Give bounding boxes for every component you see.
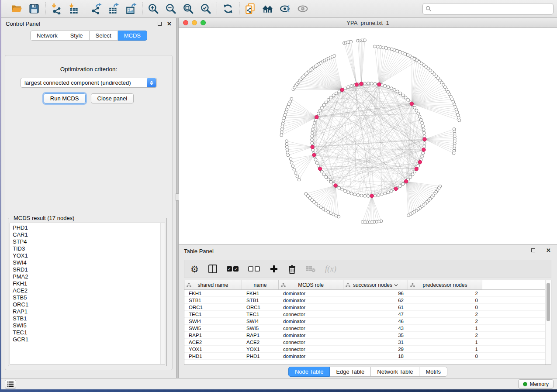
table-cell[interactable]: TEC1 (184, 311, 242, 317)
network-node[interactable] (304, 193, 308, 196)
table-row[interactable]: STB1STB1dominator620 (184, 297, 545, 304)
network-node[interactable] (325, 175, 328, 179)
network-node[interactable] (376, 45, 379, 48)
memory-button[interactable]: Memory (518, 379, 554, 389)
tab-style[interactable]: Style (64, 31, 90, 41)
refresh-layout-button[interactable] (221, 2, 235, 15)
network-node[interactable] (396, 90, 399, 93)
network-node[interactable] (285, 140, 288, 143)
table-cell[interactable]: 0 (408, 304, 482, 310)
network-node[interactable] (415, 109, 418, 112)
network-node[interactable] (313, 121, 316, 124)
network-node[interactable] (367, 82, 370, 85)
network-node[interactable] (370, 82, 373, 85)
network-node[interactable] (379, 45, 382, 48)
network-node[interactable] (413, 106, 416, 109)
network-node[interactable] (399, 185, 402, 188)
table-cell[interactable]: ORC1 (242, 304, 279, 310)
network-node[interactable] (390, 87, 393, 90)
network-node[interactable] (423, 131, 426, 134)
tab-node-table[interactable]: Node Table (288, 367, 330, 377)
network-node[interactable] (280, 128, 284, 131)
network-hub-node[interactable] (422, 148, 426, 151)
table-cell[interactable]: 2 (408, 290, 482, 296)
network-node[interactable] (344, 189, 347, 193)
zoom-out-button[interactable] (164, 2, 177, 15)
network-node[interactable] (367, 195, 370, 198)
network-node[interactable] (387, 191, 390, 194)
close-table-panel-icon[interactable]: ✕ (546, 248, 551, 253)
split-view-button[interactable] (208, 263, 217, 275)
zoom-in-button[interactable] (147, 2, 160, 15)
table-row[interactable]: FKH1FKH1dominator962 (184, 290, 545, 297)
network-node[interactable] (311, 138, 314, 141)
network-node[interactable] (285, 142, 288, 145)
network-hub-node[interactable] (360, 82, 363, 86)
table-cell[interactable]: 1 (408, 346, 482, 352)
show-graphics-button[interactable] (296, 2, 309, 15)
network-hub-node[interactable] (334, 184, 337, 187)
table-cell[interactable]: 43 (343, 325, 408, 331)
table-cell[interactable]: ORC1 (184, 304, 242, 310)
column-header-name[interactable]: name (242, 280, 279, 289)
network-node[interactable] (384, 84, 387, 87)
table-cell[interactable]: 35 (343, 332, 408, 338)
table-cell[interactable]: SWI4 (184, 318, 242, 324)
table-cell[interactable]: STB1 (242, 297, 279, 303)
network-node[interactable] (286, 148, 289, 151)
list-scrollbar[interactable] (160, 223, 165, 364)
table-cell[interactable]: 0 (408, 353, 482, 359)
network-node[interactable] (423, 145, 426, 148)
network-node[interactable] (387, 86, 390, 89)
table-cell[interactable]: YOX1 (242, 346, 279, 352)
table-cell[interactable]: dominator (279, 353, 343, 359)
table-cell[interactable]: 2 (408, 311, 482, 317)
network-node[interactable] (312, 125, 315, 128)
network-hub-node[interactable] (394, 187, 398, 190)
column-header-successor-nodes[interactable]: successor nodes (343, 280, 408, 289)
mcds-result-item[interactable]: TEC1 (13, 329, 165, 336)
mcds-result-item[interactable]: TID3 (13, 245, 165, 252)
network-node[interactable] (282, 119, 285, 122)
table-cell[interactable]: TEC1 (242, 311, 279, 317)
mcds-result-list[interactable]: PHD1CAR1STP4TID3YOX1SWI4SRD1PMA2FKH1ACE2… (10, 223, 165, 364)
close-panel-button[interactable]: Close panel (91, 93, 134, 103)
network-node[interactable] (338, 90, 341, 93)
network-node[interactable] (322, 173, 325, 176)
table-cell[interactable]: 47 (343, 311, 408, 317)
network-hub-node[interactable] (312, 153, 316, 157)
table-scrollbar[interactable] (545, 280, 551, 364)
optimization-criterion-select[interactable]: largest connected component (undirected) (21, 78, 157, 88)
network-node[interactable] (283, 117, 286, 120)
network-node[interactable] (457, 116, 460, 119)
delete-table-button[interactable] (306, 263, 315, 275)
network-node[interactable] (298, 178, 301, 181)
table-cell[interactable]: dominator (279, 290, 343, 296)
column-header-MCDS-role[interactable]: MCDS role (279, 280, 343, 289)
network-node[interactable] (284, 113, 287, 117)
table-cell[interactable]: 1 (408, 325, 482, 331)
table-settings-button[interactable]: ⚙ (190, 263, 199, 275)
table-cell[interactable]: FKH1 (242, 290, 279, 296)
network-hub-node[interactable] (318, 167, 322, 170)
hide-panels-button[interactable] (279, 2, 292, 15)
network-node[interactable] (404, 96, 407, 99)
network-node[interactable] (317, 112, 320, 115)
export-network-button[interactable] (90, 2, 103, 15)
column-header-shared-name[interactable]: shared name (184, 280, 242, 289)
network-node[interactable] (409, 175, 412, 179)
network-node[interactable] (421, 121, 424, 124)
network-node[interactable] (315, 162, 318, 165)
network-node[interactable] (293, 168, 296, 171)
table-cell[interactable]: STB1 (184, 297, 242, 303)
zoom-selected-button[interactable] (199, 2, 212, 15)
table-cell[interactable]: ACE2 (184, 339, 242, 345)
table-cell[interactable]: YOX1 (184, 346, 242, 352)
network-node[interactable] (421, 155, 424, 158)
table-cell[interactable]: connector (279, 346, 343, 352)
network-node[interactable] (374, 83, 377, 86)
network-node[interactable] (284, 111, 287, 114)
export-image-button[interactable] (125, 2, 138, 15)
search-box[interactable] (422, 3, 554, 15)
mcds-result-item[interactable]: GCR1 (13, 336, 165, 343)
